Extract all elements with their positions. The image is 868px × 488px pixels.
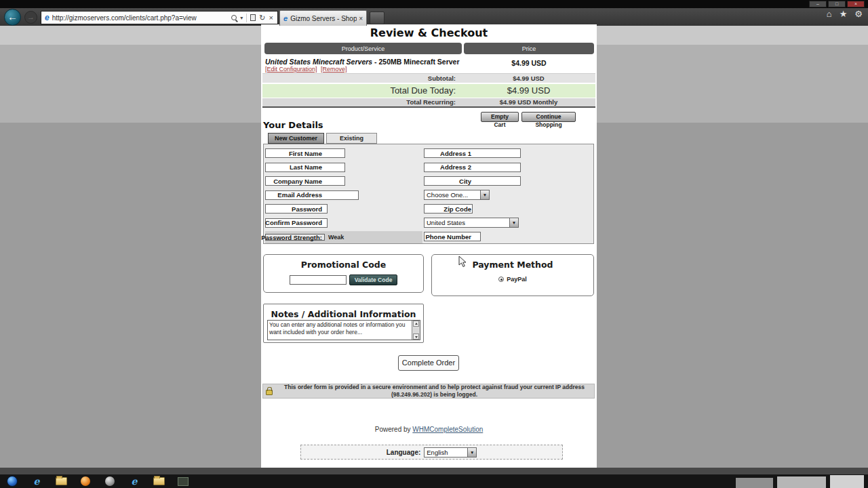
window-bottom-edge	[0, 468, 868, 474]
validate-code-button[interactable]: Validate Code	[349, 274, 398, 285]
form-row: City	[424, 174, 593, 188]
taskbar-item-ie2[interactable]: e	[122, 474, 146, 488]
maximize-button[interactable]: □	[828, 1, 846, 7]
details-form: First Name Last Name Company Name Email …	[263, 144, 594, 244]
form-column-right: Address 1 Address 2 City State/Region Ch…	[424, 146, 593, 244]
complete-order-button[interactable]: Complete Order	[398, 355, 459, 371]
page-title: Review & Checkout	[261, 26, 597, 39]
gray-app-icon	[105, 476, 115, 486]
dropdown-arrow-icon[interactable]: ▼	[509, 218, 518, 227]
payment-method-box: Payment Method PayPal	[431, 254, 594, 296]
screen: – □ × ← → e http://gizmoservers.com/clie…	[0, 0, 868, 488]
internet-explorer-icon: e	[132, 476, 138, 487]
address-bar[interactable]: e http://gizmoservers.com/clients/cart.p…	[41, 11, 278, 24]
stop-icon[interactable]: ×	[269, 14, 273, 22]
country-value: United States	[427, 219, 518, 226]
form-column-left: First Name Last Name Company Name Email …	[265, 146, 422, 243]
taskbar-item-explorer[interactable]	[49, 474, 73, 488]
tab-new-customer[interactable]: New Customer	[268, 133, 324, 144]
taskbar-item-ie[interactable]: e	[24, 474, 49, 488]
scroll-down-icon[interactable]	[413, 333, 419, 340]
url-text[interactable]: http://gizmoservers.com/clients/cart.php…	[52, 14, 228, 22]
tray-window[interactable]	[777, 476, 826, 488]
zip-code-label: Zip Code	[424, 205, 471, 213]
lock-icon	[266, 390, 273, 395]
form-row: Company Name	[265, 174, 422, 188]
payment-method-heading: Payment Method	[432, 260, 593, 270]
form-row: Email Address	[265, 188, 422, 203]
tools-gear-icon[interactable]: ⚙	[854, 9, 863, 19]
search-icon[interactable]	[231, 15, 237, 20]
home-icon[interactable]: ⌂	[827, 9, 832, 19]
forward-arrow-icon: →	[27, 13, 35, 21]
recurring-value: $4.99 USD Monthly	[462, 98, 595, 106]
taskbar-item-folder2[interactable]	[146, 474, 171, 488]
paypal-radio[interactable]	[498, 277, 504, 282]
last-name-label: Last Name	[265, 163, 322, 171]
notes-box: Notes / Additional Information You can e…	[263, 304, 424, 343]
language-select[interactable]: English ▼	[424, 447, 477, 458]
tray-window[interactable]	[736, 478, 773, 488]
tab-existing-customer[interactable]: Existing Customer	[326, 133, 377, 144]
cart-item-price: $4.99 USD	[464, 59, 594, 67]
mouse-cursor	[458, 256, 469, 268]
scroll-up-icon[interactable]	[413, 321, 419, 327]
favorites-star-icon[interactable]: ★	[840, 9, 848, 19]
state-region-select[interactable]: Choose One... ▼	[424, 190, 490, 200]
chevron-down-icon[interactable]: ▾	[240, 15, 243, 21]
language-label: Language:	[387, 449, 421, 456]
checkout-page: Review & Checkout Product/Service Price …	[261, 24, 597, 468]
form-row: Address 1	[424, 146, 593, 161]
start-button[interactable]	[0, 474, 24, 488]
subtotal-row: Subtotal: $4.99 USD	[262, 73, 595, 83]
edit-configuration-link[interactable]: [Edit Configuration]	[265, 66, 317, 73]
window-titlebar: – □ ×	[0, 0, 868, 8]
address-bar-icons: ▾ ↻ ×	[227, 14, 277, 22]
site-favicon: e	[45, 13, 50, 22]
forward-button[interactable]: →	[24, 11, 37, 24]
dropdown-arrow-icon[interactable]: ▼	[480, 190, 489, 199]
new-tab-button[interactable]	[370, 12, 384, 24]
dropdown-arrow-icon[interactable]: ▼	[467, 448, 476, 457]
footer-powered-by: Powered by WHMCompleteSolution	[261, 426, 597, 433]
browser-command-bar: ⌂ ★ ⚙	[827, 9, 863, 19]
notes-textarea[interactable]: You can enter any additional notes or in…	[267, 320, 420, 340]
back-button[interactable]: ←	[4, 9, 21, 26]
tab-close-icon[interactable]: ×	[359, 15, 363, 22]
country-select[interactable]: United States ▼	[424, 218, 519, 228]
folder-icon	[153, 477, 165, 485]
refresh-icon[interactable]: ↻	[259, 14, 265, 22]
tray-window[interactable]	[830, 475, 864, 488]
divider	[246, 14, 247, 22]
compatibility-view-icon[interactable]	[250, 14, 256, 21]
minimize-button[interactable]: –	[809, 1, 827, 7]
total-due-value: $4.99 USD	[462, 84, 595, 98]
paypal-label: PayPal	[507, 276, 527, 283]
form-row: First Name	[265, 146, 422, 161]
continue-shopping-button[interactable]: Continue Shopping	[521, 112, 576, 122]
form-row: Confirm Password	[265, 216, 422, 230]
start-orb-icon	[7, 476, 18, 487]
cart-header-price: Price	[464, 43, 594, 54]
taskbar-item-app2[interactable]	[98, 474, 122, 488]
empty-cart-button[interactable]: Empty Cart	[481, 112, 519, 122]
password-strength-value: Weak	[328, 234, 344, 241]
taskbar-item-console[interactable]	[171, 474, 195, 488]
total-due-row: Total Due Today: $4.99 USD	[262, 84, 595, 98]
taskbar-item-app1[interactable]	[73, 474, 98, 488]
promo-code-input[interactable]	[290, 275, 347, 285]
password-strength-row: Password Strength: Weak	[265, 231, 422, 243]
orange-app-icon	[81, 476, 90, 486]
confirm-password-label: Confirm Password	[265, 219, 322, 226]
remove-link[interactable]: [Remove]	[321, 66, 347, 73]
whmcompletesolution-link[interactable]: WHMCompleteSolution	[412, 426, 483, 433]
taskbar: e e	[0, 474, 868, 488]
browser-tab[interactable]: e Gizmo Servers - Shopping ... ×	[279, 10, 367, 26]
notes-scrollbar[interactable]	[412, 321, 420, 340]
folder-icon	[56, 477, 67, 485]
security-notice-text: This order form is provided in a secure …	[275, 384, 594, 398]
close-button[interactable]: ×	[847, 1, 865, 7]
email-address-label: Email Address	[265, 191, 322, 199]
total-due-label: Total Due Today:	[262, 84, 456, 98]
address2-label: Address 2	[424, 163, 471, 171]
